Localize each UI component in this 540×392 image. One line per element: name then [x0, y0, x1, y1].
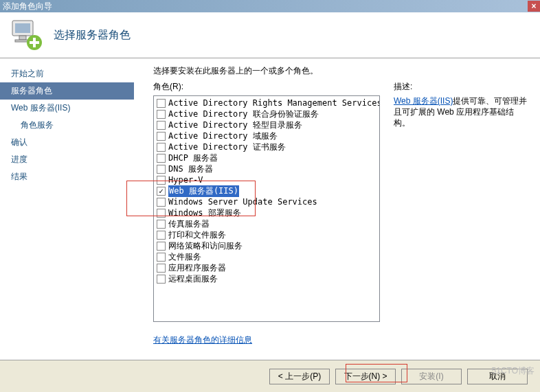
sidebar-item-label: Web 服务器(IIS) — [11, 103, 70, 113]
role-checkbox[interactable] — [157, 209, 166, 218]
role-row[interactable]: Active Directory 轻型目录服务 — [155, 119, 378, 130]
role-row[interactable]: 文件服务 — [155, 251, 378, 262]
body: 开始之前服务器角色Web 服务器(IIS)角色服务确认进度结果 选择要安装在此服… — [0, 58, 540, 360]
footer: < 上一步(P) 下一步(N) > 安装(I) 取消 — [0, 360, 540, 392]
sidebar-item-label: 角色服务 — [21, 120, 54, 130]
sidebar-item[interactable]: 开始之前 — [0, 65, 134, 82]
role-checkbox[interactable] — [157, 264, 166, 273]
titlebar: 添加角色向导 × — [0, 0, 540, 12]
roles-label: 角色(R): — [153, 81, 380, 93]
role-label: Active Directory 轻型目录服务 — [168, 119, 302, 131]
role-checkbox[interactable] — [157, 198, 166, 207]
install-button: 安装(I) — [401, 369, 462, 384]
role-label: Active Directory Rights Management Servi… — [168, 98, 380, 108]
role-label: 打印和文件服务 — [168, 229, 226, 241]
role-label: Active Directory 域服务 — [168, 130, 278, 142]
close-icon: × — [531, 1, 536, 11]
sidebar-item-label: 结果 — [11, 172, 27, 181]
description-heading: 描述: — [394, 81, 530, 93]
role-label: 网络策略和访问服务 — [168, 240, 243, 252]
roles-listbox[interactable]: Active Directory Rights Management Servi… — [153, 95, 380, 322]
role-row[interactable]: 应用程序服务器 — [155, 262, 378, 273]
role-row[interactable]: Active Directory 证书服务 — [155, 141, 378, 152]
role-checkbox[interactable] — [157, 121, 166, 130]
role-label: 远程桌面服务 — [168, 273, 218, 285]
sidebar-item[interactable]: 进度 — [0, 151, 134, 168]
role-row[interactable]: Windows Server Update Services — [155, 196, 378, 207]
sidebar-item-label: 服务器角色 — [11, 86, 52, 95]
role-checkbox[interactable] — [157, 110, 166, 119]
role-label: DHCP 服务器 — [168, 152, 218, 164]
role-checkbox[interactable] — [157, 231, 166, 240]
page-title: 选择服务器角色 — [54, 28, 131, 43]
main-panel: 选择要安装在此服务器上的一个或多个角色。 角色(R): Active Direc… — [134, 58, 540, 360]
role-checkbox[interactable] — [157, 154, 166, 163]
role-checkbox[interactable] — [157, 220, 166, 229]
role-row[interactable]: 网络策略和访问服务 — [155, 240, 378, 251]
role-checkbox[interactable] — [157, 275, 166, 284]
sidebar: 开始之前服务器角色Web 服务器(IIS)角色服务确认进度结果 — [0, 58, 134, 360]
sidebar-item-label: 开始之前 — [11, 69, 44, 78]
role-label: 传真服务器 — [168, 218, 210, 230]
role-label: Hyper-V — [168, 175, 203, 185]
role-row[interactable]: Windows 部署服务 — [155, 207, 378, 218]
sidebar-item-label: 进度 — [11, 154, 27, 164]
role-checkbox[interactable] — [157, 176, 166, 185]
more-info-link[interactable]: 有关服务器角色的详细信息 — [153, 334, 380, 346]
role-row[interactable]: 打印和文件服务 — [155, 229, 378, 240]
role-checkbox[interactable] — [157, 253, 166, 262]
role-label: Web 服务器(IIS) — [168, 185, 239, 197]
role-label: Windows 部署服务 — [168, 207, 241, 219]
role-row[interactable]: Active Directory 联合身份验证服务 — [155, 108, 378, 119]
role-label: 文件服务 — [168, 251, 201, 263]
wizard-icon — [10, 18, 44, 52]
sidebar-item[interactable]: Web 服务器(IIS) — [0, 100, 134, 117]
role-row[interactable]: DHCP 服务器 — [155, 152, 378, 163]
close-button[interactable]: × — [528, 1, 540, 12]
description-text: Web 服务器(IIS)提供可靠、可管理并且可扩展的 Web 应用程序基础结构。 — [394, 95, 530, 129]
role-checkbox[interactable]: ✓ — [157, 187, 166, 196]
role-checkbox[interactable] — [157, 99, 166, 108]
next-button[interactable]: 下一步(N) > — [335, 369, 396, 384]
svg-rect-2 — [19, 36, 26, 40]
cancel-button[interactable]: 取消 — [467, 369, 528, 384]
role-label: Windows Server Update Services — [168, 197, 317, 207]
sidebar-item[interactable]: 服务器角色 — [0, 82, 134, 100]
role-label: Active Directory 联合身份验证服务 — [168, 108, 319, 120]
svg-rect-1 — [15, 23, 30, 33]
role-checkbox[interactable] — [157, 165, 166, 174]
description-panel: 描述: Web 服务器(IIS)提供可靠、可管理并且可扩展的 Web 应用程序基… — [394, 81, 535, 354]
sidebar-item[interactable]: 确认 — [0, 134, 134, 151]
role-row[interactable]: ✓Web 服务器(IIS) — [155, 185, 378, 196]
role-checkbox[interactable] — [157, 143, 166, 152]
sidebar-item[interactable]: 结果 — [0, 168, 134, 185]
svg-rect-6 — [30, 41, 39, 44]
role-row[interactable]: Active Directory Rights Management Servi… — [155, 97, 378, 108]
sidebar-item-label: 确认 — [11, 137, 27, 147]
role-row[interactable]: 远程桌面服务 — [155, 273, 378, 284]
role-label: 应用程序服务器 — [168, 262, 226, 274]
role-label: DNS 服务器 — [168, 163, 213, 175]
role-row[interactable]: Hyper-V — [155, 174, 378, 185]
role-row[interactable]: Active Directory 域服务 — [155, 130, 378, 141]
header: 选择服务器角色 — [0, 12, 540, 58]
prev-button[interactable]: < 上一步(P) — [269, 369, 330, 384]
window-title: 添加角色向导 — [3, 1, 52, 12]
role-checkbox[interactable] — [157, 242, 166, 251]
description-link[interactable]: Web 服务器(IIS) — [394, 96, 453, 106]
role-checkbox[interactable] — [157, 132, 166, 141]
role-row[interactable]: 传真服务器 — [155, 218, 378, 229]
instruction-text: 选择要安装在此服务器上的一个或多个角色。 — [153, 65, 535, 77]
role-row[interactable]: DNS 服务器 — [155, 163, 378, 174]
role-label: Active Directory 证书服务 — [168, 141, 286, 153]
sidebar-item[interactable]: 角色服务 — [0, 117, 134, 134]
